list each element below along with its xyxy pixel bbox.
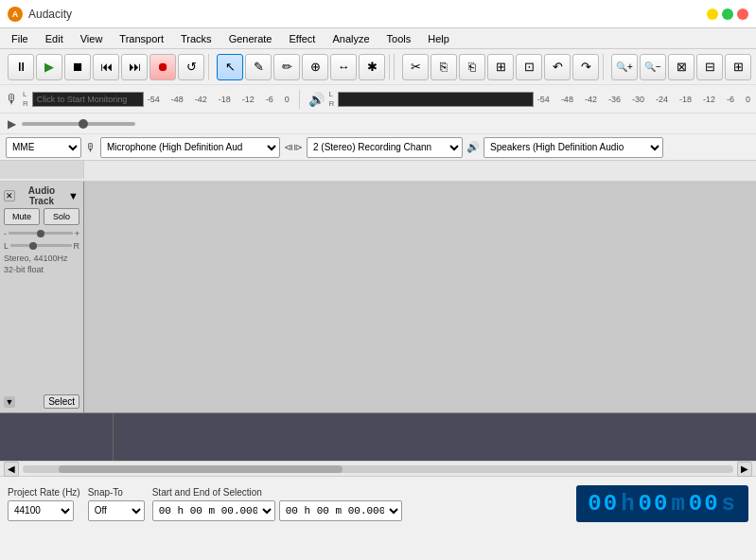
- time-seconds: 00: [689, 491, 720, 516]
- ruler-scale: 1.0 2.0 3.0 4.0 5.0 6.0 7.0 8.0 9.0 10.0: [84, 177, 756, 179]
- trim-button[interactable]: ⊞: [487, 54, 514, 80]
- zoom-toggle-button[interactable]: ⊞: [725, 54, 751, 80]
- ruler-header-spacer: [0, 161, 84, 179]
- track-name-label: Audio Track: [15, 185, 68, 206]
- maximize-button[interactable]: [722, 9, 733, 20]
- speaker-select-icon: 🔊: [466, 141, 480, 153]
- track-select-button[interactable]: Select: [44, 394, 79, 409]
- mute-solo-controls: Mute Solo: [4, 208, 79, 225]
- project-rate-select[interactable]: 44100: [8, 500, 74, 521]
- menu-view[interactable]: View: [73, 31, 111, 46]
- click-to-monitor-label: Click to Start Monitoring: [37, 95, 128, 104]
- pause-button[interactable]: ⏸: [8, 54, 34, 80]
- time-display: 00 h 00 m 00 s: [576, 485, 748, 522]
- snap-to-select[interactable]: Off: [88, 500, 145, 521]
- status-bar: Project Rate (Hz) 44100 Snap-To Off Star…: [0, 476, 756, 531]
- horizontal-scrollbar[interactable]: ◀ ▶: [0, 461, 756, 476]
- scroll-right-button[interactable]: ▶: [737, 462, 752, 477]
- gain-row: - +: [4, 229, 79, 238]
- minimize-button[interactable]: [707, 9, 718, 20]
- volume-row: ▶: [0, 114, 756, 134]
- scroll-left-button[interactable]: ◀: [4, 462, 19, 477]
- gain-slider[interactable]: [9, 230, 73, 237]
- track-header-top: ✕ Audio Track ▼: [4, 185, 79, 206]
- time-minutes: 00: [639, 491, 670, 516]
- waveform-wrapper: Audio Track #1 1.0 0.5 0.0 -0.5 -1.0: [84, 182, 756, 412]
- channels-select[interactable]: 2 (Stereo) Recording Chann: [307, 137, 463, 158]
- volume-thumb[interactable]: [79, 119, 88, 129]
- vu-meter-area: 🎙 L R Click to Start Monitoring -54-48-4…: [0, 85, 756, 114]
- selection-start-input[interactable]: 00 h 00 m 00.000 s: [152, 500, 275, 521]
- draw-tool-button[interactable]: ✏: [273, 54, 300, 80]
- pan-left-label: L: [4, 241, 9, 251]
- window-controls[interactable]: [707, 9, 748, 20]
- play-icon[interactable]: ▶: [8, 117, 16, 131]
- time-s-label: s: [722, 491, 737, 516]
- title-bar: A Audacity: [0, 0, 756, 28]
- silence-button[interactable]: ⊡: [516, 54, 542, 80]
- transport-controls: ⏸ ▶ ⏹ ⏮ ⏭ ⏺ ↺: [4, 54, 209, 80]
- hscroll-thumb[interactable]: [59, 465, 343, 473]
- selection-group: Start and End of Selection 00 h 00 m 00.…: [152, 487, 402, 521]
- menu-tools[interactable]: Tools: [379, 31, 419, 46]
- track-collapse-button[interactable]: ▼: [4, 396, 15, 408]
- menu-analyze[interactable]: Analyze: [325, 31, 377, 46]
- output-vu-scale: -54-48-42-36-30-24-18-12-60: [537, 92, 750, 107]
- menu-tracks[interactable]: Tracks: [173, 31, 220, 46]
- stop-button[interactable]: ⏹: [64, 54, 91, 80]
- loop-button[interactable]: ↺: [178, 54, 204, 80]
- track-menu-icon[interactable]: ▼: [68, 190, 79, 201]
- track-bottom: ▼ Select: [4, 394, 79, 409]
- zoom-out-button[interactable]: 🔍−: [640, 54, 666, 80]
- selection-end-input[interactable]: 00 h 00 m 00.000 s: [279, 500, 402, 521]
- fit-track-button[interactable]: ⊟: [696, 54, 723, 80]
- envelope-tool-button[interactable]: ✎: [245, 54, 272, 80]
- menu-edit[interactable]: Edit: [38, 31, 71, 46]
- gain-min-label: -: [4, 229, 7, 238]
- cut-button[interactable]: ✂: [402, 54, 429, 80]
- fit-project-button[interactable]: ⊠: [668, 54, 694, 80]
- menu-file[interactable]: File: [4, 31, 36, 46]
- mic-select-icon: 🎙: [85, 141, 97, 154]
- device-row: MME 🎙 Microphone (High Definition Aud ⧏⧐…: [0, 134, 756, 161]
- close-button[interactable]: [737, 9, 748, 20]
- redo-button[interactable]: ↷: [572, 54, 599, 80]
- snap-to-label: Snap-To: [88, 487, 145, 498]
- mute-button[interactable]: Mute: [4, 208, 40, 225]
- skip-end-button[interactable]: ⏭: [121, 54, 148, 80]
- pan-slider[interactable]: [10, 242, 71, 250]
- snap-to-group: Snap-To Off: [88, 487, 145, 521]
- menu-generate[interactable]: Generate: [221, 31, 280, 46]
- menu-transport[interactable]: Transport: [112, 31, 171, 46]
- gain-max-label: +: [75, 229, 79, 238]
- host-select[interactable]: MME: [6, 137, 81, 158]
- solo-button[interactable]: Solo: [44, 208, 79, 225]
- hscroll-track[interactable]: [23, 465, 733, 473]
- input-vu-meter[interactable]: Click to Start Monitoring: [32, 92, 144, 107]
- track-close-button[interactable]: ✕: [4, 190, 15, 201]
- time-hours: 00: [588, 491, 619, 516]
- speaker-icon[interactable]: 🔊: [308, 92, 325, 107]
- zoom-in-button[interactable]: 🔍+: [611, 54, 638, 80]
- multi-tool-button[interactable]: ✱: [359, 54, 385, 80]
- menu-help[interactable]: Help: [420, 31, 457, 46]
- menu-effect[interactable]: Effect: [282, 31, 324, 46]
- record-button[interactable]: ⏺: [149, 54, 176, 80]
- select-tool-button[interactable]: ↖: [217, 54, 243, 80]
- paste-button[interactable]: ⎗: [459, 54, 485, 80]
- pan-row: L R: [4, 241, 79, 251]
- playback-volume-slider[interactable]: [22, 122, 135, 126]
- empty-track-area: [0, 413, 756, 461]
- skip-start-button[interactable]: ⏮: [93, 54, 119, 80]
- timeshift-tool-button[interactable]: ↔: [330, 54, 357, 80]
- copy-button[interactable]: ⎘: [431, 54, 457, 80]
- zoom-tool-button[interactable]: ⊕: [302, 54, 328, 80]
- output-device-select[interactable]: Speakers (High Definition Audio: [483, 137, 663, 158]
- play-button[interactable]: ▶: [36, 54, 62, 80]
- undo-button[interactable]: ↶: [544, 54, 571, 80]
- output-vu-meter[interactable]: [338, 92, 534, 107]
- app-title: Audacity: [28, 8, 72, 21]
- input-device-select[interactable]: Microphone (High Definition Aud: [100, 137, 280, 158]
- mic-icon[interactable]: 🎙: [6, 92, 19, 107]
- track-header-empty: [0, 413, 114, 461]
